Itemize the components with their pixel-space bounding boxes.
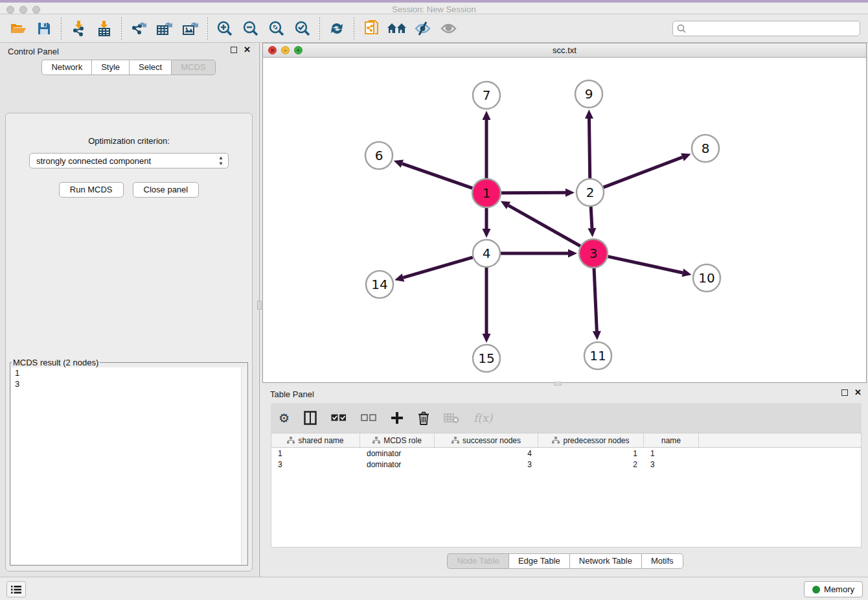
import-table-button[interactable] — [91, 16, 117, 41]
column-layout-icon[interactable] — [304, 411, 317, 425]
network-canvas[interactable]: 7968124314101511 — [263, 58, 866, 382]
column-header-predecessor-nodes[interactable]: predecessor nodes — [538, 433, 644, 447]
memory-button[interactable]: Memory — [804, 581, 863, 597]
save-session-button[interactable] — [31, 16, 57, 41]
column-header-label: successor nodes — [463, 436, 521, 445]
vertical-splitter[interactable] — [257, 43, 262, 577]
export-network-button[interactable] — [126, 16, 152, 41]
close-panel-icon[interactable]: ✕ — [854, 389, 862, 396]
table-cell[interactable]: 1 — [538, 449, 644, 458]
tab-motifs[interactable]: Motifs — [641, 553, 683, 569]
table-cell[interactable]: 3 — [271, 460, 360, 469]
graph-edge-2-9[interactable] — [589, 119, 590, 178]
column-sort-icon[interactable] — [372, 437, 380, 444]
table-settings-icon[interactable]: ⚙ — [279, 412, 290, 424]
table-toolbar: ⚙ f(x) — [271, 403, 862, 433]
column-header-successor-nodes[interactable]: successor nodes — [435, 433, 538, 447]
zoom-in-button[interactable] — [212, 16, 238, 41]
table-cell[interactable]: dominator — [360, 449, 435, 458]
table-row[interactable]: 1dominator411 — [271, 448, 861, 459]
mcds-result-list[interactable]: 13 — [11, 367, 247, 564]
first-neighbors-button[interactable] — [384, 16, 410, 41]
network-window-titlebar[interactable]: ✕ − + scc.txt — [263, 43, 866, 58]
hide-selected-button[interactable] — [410, 16, 436, 41]
graph-edge-arrow — [483, 334, 491, 343]
tab-edge-table[interactable]: Edge Table — [508, 553, 569, 569]
export-table-icon — [155, 20, 174, 37]
mcds-result-title: MCDS result (2 nodes) — [12, 358, 100, 367]
close-panel-icon[interactable]: ✕ — [244, 47, 251, 53]
import-network-button[interactable] — [65, 16, 91, 41]
tab-style[interactable]: Style — [91, 60, 129, 75]
table-cell[interactable]: 1 — [644, 449, 699, 458]
function-builder-icon[interactable]: f(x) — [474, 411, 492, 424]
refresh-view-button[interactable] — [324, 16, 350, 41]
table-cell[interactable]: 3 — [644, 460, 699, 469]
zoom-fit-button[interactable] — [264, 16, 290, 41]
table-cell[interactable]: 1 — [271, 449, 360, 458]
table-cell[interactable]: 4 — [435, 449, 538, 458]
column-header-MCDS-role[interactable]: MCDS role — [360, 433, 435, 447]
table-row[interactable]: 3dominator323 — [271, 459, 861, 470]
tab-network[interactable]: Network — [41, 60, 91, 75]
table-body: 1dominator4113dominator323 — [271, 448, 861, 470]
export-image-button[interactable] — [177, 16, 203, 41]
optimization-criterion-select[interactable]: strongly connected component ▲▼ — [29, 153, 229, 168]
close-panel-button[interactable]: Close panel — [133, 182, 200, 198]
graph-node-label: 2 — [586, 185, 595, 200]
search-input[interactable] — [672, 21, 860, 36]
splitter-grip[interactable] — [257, 301, 262, 310]
column-header-shared-name[interactable]: shared name — [271, 433, 360, 447]
graph-node-label: 7 — [483, 87, 491, 103]
tab-mcds[interactable]: MCDS — [171, 60, 215, 75]
graph-edge-2-3[interactable] — [591, 207, 592, 228]
clone-network-button[interactable] — [358, 16, 384, 41]
add-column-icon[interactable] — [391, 411, 404, 424]
column-sort-icon[interactable] — [552, 437, 560, 444]
graph-node-label: 15 — [478, 351, 494, 366]
network-window-title: scc.txt — [263, 45, 866, 55]
show-all-button[interactable] — [436, 16, 462, 41]
graph-edge-2-8[interactable] — [604, 157, 683, 188]
table-cell[interactable]: 2 — [538, 460, 644, 469]
table-cell[interactable]: dominator — [360, 460, 435, 469]
table-header-row[interactable]: shared nameMCDS rolesuccessor nodesprede… — [271, 433, 861, 448]
open-session-button[interactable] — [5, 16, 31, 41]
toolbar-separator — [354, 17, 354, 40]
delete-column-icon[interactable] — [418, 411, 429, 425]
mcds-result-item[interactable]: 1 — [11, 367, 247, 378]
column-sort-icon[interactable] — [287, 437, 295, 444]
search-icon — [677, 24, 686, 33]
graph-edge-3-10[interactable] — [608, 257, 682, 273]
graph-edge-3-1[interactable] — [508, 205, 580, 246]
table-cell[interactable]: 3 — [435, 460, 538, 469]
graph-edge-3-11[interactable] — [594, 268, 597, 331]
tab-network-table[interactable]: Network Table — [569, 553, 641, 569]
tab-select[interactable]: Select — [129, 60, 171, 75]
zoom-out-button[interactable] — [238, 16, 264, 41]
select-all-columns-icon[interactable] — [331, 414, 347, 422]
export-table-button[interactable] — [152, 16, 177, 41]
task-history-button[interactable] — [6, 581, 26, 597]
refresh-icon — [329, 21, 345, 36]
float-panel-icon[interactable] — [841, 389, 848, 396]
delete-table-icon[interactable] — [444, 412, 459, 424]
column-sort-icon[interactable] — [451, 437, 459, 444]
graph-edge-1-2[interactable] — [501, 192, 565, 193]
unselect-all-columns-icon[interactable] — [361, 414, 376, 422]
graph-edge-4-14[interactable] — [403, 257, 472, 277]
tab-node-table[interactable]: Node Table — [447, 553, 508, 569]
memory-status-icon — [812, 586, 820, 594]
graph-edge-1-6[interactable] — [402, 164, 472, 189]
control-panel-tabs: NetworkStyleSelectMCDS — [0, 60, 257, 75]
toolbar-separator — [61, 17, 62, 40]
float-panel-icon[interactable] — [231, 47, 237, 53]
zoom-selected-button[interactable] — [290, 16, 315, 41]
mcds-result-item[interactable]: 3 — [11, 378, 247, 389]
column-header-name[interactable]: name — [644, 433, 699, 447]
result-scrollbar[interactable] — [241, 367, 247, 564]
graph-node-label: 9 — [585, 86, 593, 102]
graph-edge-arrow — [483, 111, 491, 120]
run-mcds-button[interactable]: Run MCDS — [59, 182, 124, 198]
node-table[interactable]: shared nameMCDS rolesuccessor nodesprede… — [271, 433, 862, 548]
